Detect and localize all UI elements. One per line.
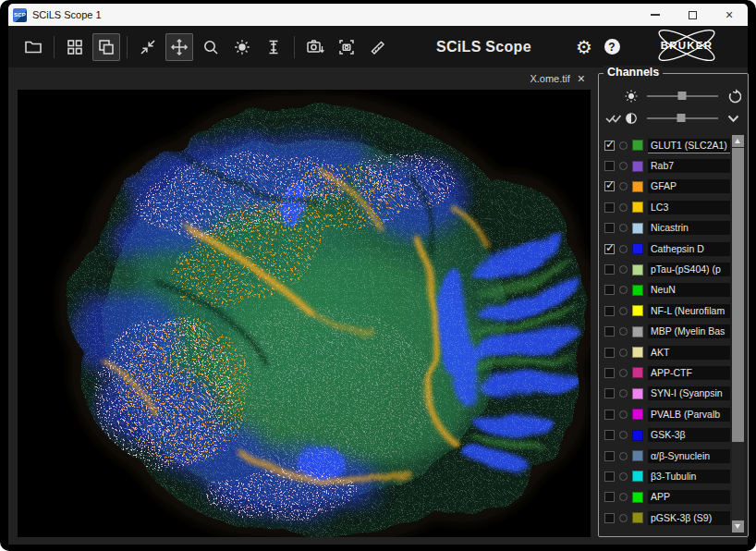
maximize-button[interactable] <box>674 4 711 26</box>
help-button[interactable]: ? <box>600 35 624 59</box>
channel-visibility-checkbox[interactable] <box>604 348 615 358</box>
channel-color-swatch[interactable] <box>632 305 643 316</box>
channel-visibility-checkbox[interactable] <box>604 223 615 233</box>
channel-row[interactable]: β3-Tubulin <box>603 466 744 486</box>
channel-visibility-checkbox[interactable] <box>604 451 615 461</box>
tab-close-icon[interactable]: × <box>578 72 585 85</box>
channel-color-swatch[interactable] <box>632 367 643 378</box>
contrast-range-button[interactable] <box>260 33 287 61</box>
channel-solo-radio[interactable] <box>619 369 628 377</box>
collapse-panel-button[interactable] <box>726 114 742 124</box>
channel-solo-radio[interactable] <box>619 286 628 294</box>
channel-color-swatch[interactable] <box>632 285 643 296</box>
channel-solo-radio[interactable] <box>619 327 628 336</box>
tile-view-button[interactable] <box>61 33 89 61</box>
open-file-button[interactable] <box>19 33 47 61</box>
channel-row[interactable]: ✓ Cathepsin D <box>603 239 744 259</box>
close-button[interactable]: × <box>711 4 748 26</box>
channel-color-swatch[interactable] <box>632 140 643 151</box>
channel-color-swatch[interactable] <box>632 347 643 358</box>
export-image-button[interactable] <box>301 33 329 61</box>
brightness-slider-handle[interactable] <box>678 92 687 100</box>
scroll-down-button[interactable] <box>732 520 744 533</box>
reset-button[interactable] <box>726 89 742 104</box>
settings-button[interactable]: ⚙ <box>572 35 596 59</box>
channel-solo-radio[interactable] <box>619 452 628 460</box>
channel-row[interactable]: ✓ GFAP <box>603 177 744 197</box>
select-all-button[interactable] <box>604 113 623 124</box>
channel-row[interactable]: α/β-Synuclein <box>603 446 744 466</box>
channel-visibility-checkbox[interactable] <box>604 388 615 398</box>
channel-visibility-checkbox[interactable] <box>604 410 615 420</box>
channel-row[interactable]: Rab7 <box>603 155 744 176</box>
channel-visibility-checkbox[interactable]: ✓ <box>604 141 615 151</box>
channel-solo-radio[interactable] <box>619 307 628 315</box>
channel-solo-radio[interactable] <box>619 203 628 212</box>
channel-visibility-checkbox[interactable] <box>604 513 615 523</box>
channel-row[interactable]: pTau-(pS404) (p <box>603 259 744 279</box>
contrast-slider[interactable] <box>647 117 718 119</box>
channel-color-swatch[interactable] <box>632 388 643 399</box>
channel-color-swatch[interactable] <box>632 326 643 337</box>
channel-visibility-checkbox[interactable]: ✓ <box>604 244 615 254</box>
channel-solo-radio[interactable] <box>619 493 628 501</box>
channel-solo-radio[interactable] <box>619 389 628 398</box>
channel-row[interactable]: NF-L (Neurofilam <box>603 300 744 321</box>
channel-visibility-checkbox[interactable]: ✓ <box>604 181 615 191</box>
channel-solo-radio[interactable] <box>619 245 628 253</box>
fit-to-window-button[interactable] <box>134 33 162 61</box>
channel-solo-radio[interactable] <box>619 141 628 150</box>
overlay-view-button[interactable] <box>92 33 120 61</box>
channel-solo-radio[interactable] <box>619 162 628 170</box>
channel-visibility-checkbox[interactable] <box>604 471 615 482</box>
channel-color-swatch[interactable] <box>632 223 643 234</box>
channel-solo-radio[interactable] <box>619 265 628 274</box>
channel-color-swatch[interactable] <box>632 492 643 503</box>
tab-x-ome-tif[interactable]: X.ome.tif <box>530 73 569 84</box>
channel-solo-radio[interactable] <box>619 349 628 357</box>
channel-visibility-checkbox[interactable] <box>604 202 615 213</box>
channel-visibility-checkbox[interactable] <box>604 326 615 337</box>
measure-tool-button[interactable] <box>364 33 392 61</box>
channel-solo-radio[interactable] <box>619 472 628 481</box>
channel-color-swatch[interactable] <box>632 409 643 420</box>
channel-row[interactable]: Nicastrin <box>603 218 744 239</box>
channel-row[interactable]: LC3 <box>603 197 744 217</box>
channel-visibility-checkbox[interactable] <box>604 161 615 171</box>
scroll-up-button[interactable] <box>732 135 744 147</box>
snapshot-button[interactable] <box>333 33 360 61</box>
pan-tool-button[interactable] <box>165 33 193 61</box>
channel-color-swatch[interactable] <box>632 181 643 192</box>
brightness-slider[interactable] <box>647 95 718 97</box>
channel-color-swatch[interactable] <box>632 471 643 482</box>
minimize-button[interactable] <box>637 4 674 26</box>
channel-row[interactable]: ✓ GLUT1 (SLC2A1) <box>603 135 744 155</box>
channel-visibility-checkbox[interactable] <box>604 306 615 316</box>
channel-row[interactable]: SYN-I (Syanpsin <box>603 384 744 404</box>
channel-row[interactable]: APP-CTF <box>603 362 744 383</box>
brightness-tool-button[interactable] <box>228 33 256 61</box>
channel-color-swatch[interactable] <box>632 243 643 254</box>
channel-solo-radio[interactable] <box>619 182 628 190</box>
channel-solo-radio[interactable] <box>619 431 628 439</box>
scrollbar-thumb[interactable] <box>732 148 744 442</box>
channel-visibility-checkbox[interactable] <box>604 285 615 295</box>
channel-row[interactable]: NeuN <box>603 280 744 300</box>
channel-row[interactable]: pGSK-3β (S9) <box>603 508 744 528</box>
channel-row[interactable]: MBP (Myelin Bas <box>603 322 744 342</box>
channel-color-swatch[interactable] <box>632 202 643 213</box>
channel-color-swatch[interactable] <box>632 512 643 523</box>
channel-solo-radio[interactable] <box>619 224 628 232</box>
channel-color-swatch[interactable] <box>632 264 643 276</box>
channel-visibility-checkbox[interactable] <box>604 368 615 378</box>
contrast-slider-handle[interactable] <box>677 114 685 122</box>
channel-row[interactable]: PVALB (Parvalb <box>603 404 744 424</box>
channel-list-scrollbar[interactable] <box>732 135 744 533</box>
channel-row[interactable]: GSK-3β <box>603 424 744 445</box>
channel-visibility-checkbox[interactable] <box>604 430 615 440</box>
channel-color-swatch[interactable] <box>632 161 643 172</box>
channel-row[interactable]: AKT <box>603 342 744 362</box>
image-viewer[interactable] <box>18 90 591 537</box>
channel-color-swatch[interactable] <box>632 450 643 461</box>
channel-solo-radio[interactable] <box>619 410 628 419</box>
